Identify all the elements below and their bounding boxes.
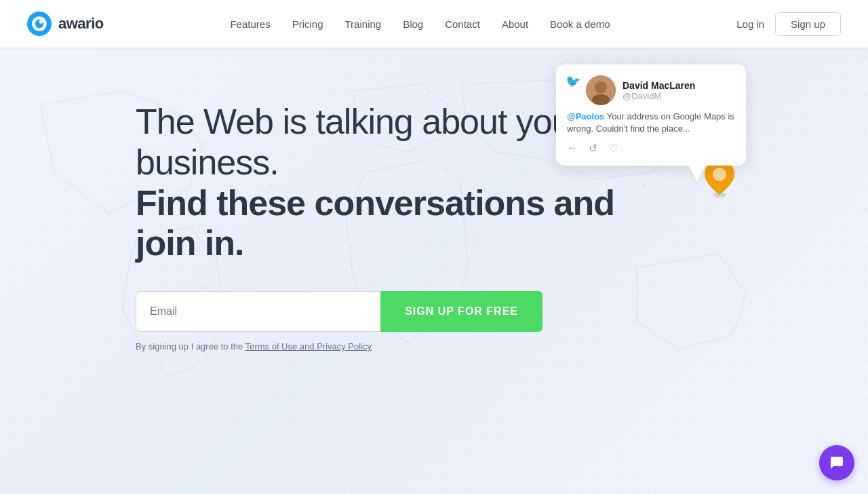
tweet-name: David MacLaren (623, 80, 735, 91)
map-pin (703, 159, 736, 204)
tweet-twitter-bird: 🐦 (566, 74, 580, 89)
tweet-body: @Paolos Your address on Google Maps is w… (567, 111, 735, 135)
signup-button[interactable]: Sign up (775, 12, 841, 36)
chat-widget-button[interactable] (819, 445, 854, 480)
chat-widget-icon (829, 455, 845, 471)
nav-training[interactable]: Training (345, 18, 382, 30)
tweet-handle: @DavidM (623, 91, 735, 101)
email-input[interactable] (136, 291, 380, 332)
hero-section: 🐦 David MacLaren @DavidM @Paolos Your ad… (0, 0, 868, 494)
nav-about[interactable]: About (502, 18, 528, 30)
logo-text: awario (58, 15, 104, 33)
nav-features[interactable]: Features (230, 18, 270, 30)
hero-line2: Find these conversations and join in. (136, 183, 614, 263)
signup-free-button[interactable]: SIGN UP FOR FREE (380, 291, 542, 332)
like-icon[interactable]: ♡ (608, 142, 618, 155)
logo[interactable]: awario (27, 12, 104, 36)
nav-links: Features Pricing Training Blog Contact A… (230, 18, 610, 30)
nav-book-demo[interactable]: Book a demo (550, 18, 610, 30)
tweet-card: 🐦 David MacLaren @DavidM @Paolos Your ad… (556, 64, 746, 166)
nav-contact[interactable]: Contact (445, 18, 480, 30)
nav-blog[interactable]: Blog (403, 18, 423, 30)
nav-pricing[interactable]: Pricing (292, 18, 323, 30)
terms-link[interactable]: Terms of Use and Privacy Policy (245, 341, 372, 352)
navbar: awario Features Pricing Training Blog Co… (0, 0, 868, 48)
login-button[interactable]: Log in (736, 18, 764, 30)
nav-actions: Log in Sign up (736, 12, 841, 36)
tweet-header: 🐦 David MacLaren @DavidM (567, 75, 735, 105)
svg-point-15 (592, 94, 610, 105)
retweet-icon[interactable]: ↺ (589, 142, 597, 155)
tweet-avatar (586, 75, 616, 105)
tweet-actions: ← ↺ ♡ (567, 142, 735, 155)
svg-point-3 (39, 20, 43, 24)
svg-point-17 (713, 168, 726, 181)
hero-fine-print: By signing up I agree to the Terms of Us… (136, 341, 372, 352)
logo-icon (27, 12, 52, 36)
hero-line1: The Web is talking about your business. (136, 102, 582, 182)
avatar-svg (586, 75, 616, 105)
reply-icon[interactable]: ← (567, 142, 578, 155)
fine-print-prefix: By signing up I agree to the (136, 341, 245, 352)
hero-content: The Web is talking about your business. … (0, 48, 651, 392)
tweet-mention: @Paolos (567, 111, 604, 121)
tweet-meta: David MacLaren @DavidM (623, 80, 735, 101)
svg-point-14 (595, 81, 607, 94)
tweet-tail (689, 166, 705, 182)
hero-cta: SIGN UP FOR FREE (136, 291, 542, 332)
